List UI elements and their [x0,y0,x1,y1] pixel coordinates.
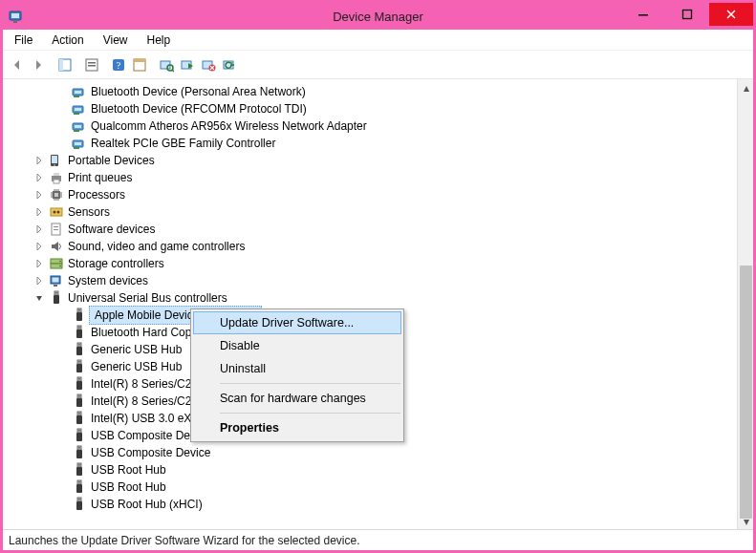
svg-point-38 [54,211,56,214]
svg-rect-53 [56,292,57,294]
svg-rect-69 [79,361,80,363]
tree-node-label: Portable Devices [64,152,155,169]
svg-rect-41 [54,226,58,227]
svg-line-16 [172,70,174,72]
expander-closed-icon[interactable] [33,155,45,166]
tree-node[interactable]: USB Root Hub [7,461,753,479]
tree-node[interactable]: Realtek PCIe GBE Family Controller [7,135,753,152]
svg-rect-34 [54,180,59,183]
svg-rect-77 [79,395,80,397]
net-icon [72,84,87,99]
tree-node[interactable]: Universal Serial Bus controllers [7,289,753,307]
tree-node[interactable]: Qualcomm Atheros AR956x Wireless Network… [7,117,753,135]
titlebar[interactable]: Device Manager [3,3,753,30]
svg-rect-57 [79,309,80,311]
toolbar-uninstall-button[interactable] [198,53,219,76]
toolbar-help-button[interactable]: ? [108,53,129,76]
close-button[interactable] [709,3,753,26]
menubar: File Action View Help [3,30,753,51]
menu-file[interactable]: File [9,32,38,49]
usb-icon [72,428,87,443]
menu-view[interactable]: View [97,32,134,49]
svg-point-31 [54,164,55,166]
toolbar-action-button[interactable] [129,53,150,76]
context-menu-item[interactable]: Update Driver Software... [193,311,401,334]
expander-closed-icon[interactable] [33,172,45,183]
toolbar-refresh-button[interactable] [219,53,240,76]
tree-node[interactable]: Print queues [7,169,753,186]
tree-node[interactable]: Sensors [7,203,753,221]
svg-rect-94 [77,480,81,484]
svg-rect-8 [88,62,96,64]
menu-action[interactable]: Action [46,32,89,49]
status-text: Launches the Update Driver Software Wiza… [9,534,360,547]
expander-closed-icon[interactable] [33,275,45,287]
context-menu-item[interactable]: Properties [193,416,401,439]
tree-node-label: System devices [64,272,148,289]
svg-rect-3 [638,14,648,16]
tree-node[interactable]: Software devices [7,221,753,238]
tree-node-label: Generic USB Hub [87,358,182,375]
svg-rect-63 [76,347,82,355]
scrollbar-vertical[interactable]: ▴ ▾ [737,79,753,529]
expander-open-icon[interactable] [33,292,45,304]
toolbar-update-button[interactable] [177,53,198,76]
tree-node[interactable]: Portable Devices [7,152,753,169]
tree-node[interactable]: Processors [7,186,753,203]
tree-node[interactable]: Sound, video and game controllers [7,238,753,255]
context-menu-separator [220,413,400,414]
toolbar-back-button[interactable] [7,53,28,76]
menu-help[interactable]: Help [141,32,177,49]
toolbar-show-hide-tree-button[interactable] [54,53,76,76]
tree-node[interactable]: System devices [7,272,753,289]
svg-rect-87 [76,450,82,458]
svg-rect-58 [77,326,81,330]
tree-node[interactable]: USB Root Hub (xHCI) [7,496,753,513]
usb-icon [72,445,87,460]
context-menu-item[interactable]: Disable [193,334,401,357]
svg-rect-42 [54,229,58,230]
toolbar-forward-button[interactable] [28,53,49,76]
context-menu-separator [220,383,400,384]
svg-rect-89 [79,447,80,449]
expander-closed-icon[interactable] [33,206,45,218]
usb-icon [72,325,87,340]
device-tree[interactable]: ▴ ▾ Bluetooth Device (Personal Area Netw… [3,79,753,529]
tree-node[interactable]: USB Composite Device [7,444,753,461]
tree-node[interactable]: Storage controllers [7,255,753,272]
toolbar-properties-button[interactable] [81,53,102,76]
portable-icon [49,153,64,168]
svg-text:?: ? [117,60,121,71]
expander-closed-icon[interactable] [33,189,45,201]
svg-rect-13 [134,59,145,62]
expander-closed-icon[interactable] [33,223,45,235]
tree-node[interactable]: Bluetooth Device (RFCOMM Protocol TDI) [7,100,753,117]
usb-icon [72,393,87,409]
app-icon [9,9,24,24]
scroll-down-button[interactable]: ▾ [738,513,753,529]
maximize-button[interactable] [665,3,709,26]
toolbar-scan-button[interactable] [156,53,177,76]
svg-rect-4 [683,11,692,19]
svg-rect-9 [88,65,96,67]
svg-rect-62 [77,343,81,347]
device-manager-window: Device Manager File Action View Help ? [0,0,756,553]
window-title: Device Manager [333,10,423,24]
context-menu-item[interactable]: Scan for hardware changes [193,387,401,410]
usb-icon [72,411,87,426]
svg-rect-1 [11,13,19,18]
svg-rect-59 [76,330,82,338]
tree-node-label: Qualcomm Atheros AR956x Wireless Network… [87,117,367,135]
net-icon [72,118,87,134]
scroll-thumb[interactable] [740,266,752,519]
expander-closed-icon[interactable] [33,241,45,252]
tree-node[interactable]: USB Root Hub [7,479,753,496]
context-menu-item[interactable]: Uninstall [193,357,401,380]
window-controls [621,3,753,26]
minimize-button[interactable] [621,3,665,26]
svg-rect-56 [78,309,79,311]
tree-node[interactable]: Bluetooth Device (Personal Area Network) [7,83,753,100]
expander-closed-icon[interactable] [33,258,45,269]
svg-rect-101 [79,499,80,500]
scroll-up-button[interactable]: ▴ [738,79,753,96]
